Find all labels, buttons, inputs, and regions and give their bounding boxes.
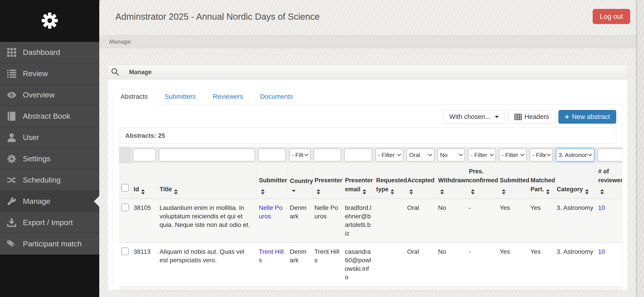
sidebar-item-label: User: [23, 133, 39, 142]
cell-reviewers-link[interactable]: 10: [598, 204, 605, 211]
page-title: Adminstrator 2025 - Annual Nordic Days o…: [116, 12, 320, 22]
column-header-presenter-email[interactable]: Presenter email: [342, 163, 374, 199]
breadcrumb-item: Manage: [109, 38, 131, 45]
with-chosen-dropdown[interactable]: With chosen...: [443, 110, 505, 124]
table-grid-icon: [514, 114, 522, 120]
sidebar-item-export-import[interactable]: Export / Import: [0, 212, 99, 233]
cell-requested-type: [374, 243, 405, 287]
filter-select-value: - Filter -: [378, 152, 396, 159]
filter-select-8[interactable]: Oral: [406, 148, 434, 162]
column-label: Withdrawn: [438, 177, 469, 184]
panel-search-cell[interactable]: [108, 65, 122, 79]
sidebar-item-label: Dashboard: [23, 48, 60, 57]
filter-select-7[interactable]: - Filter -: [375, 148, 403, 162]
filter-cell-8: Oral: [405, 147, 436, 163]
column-label: Submitted: [500, 177, 530, 184]
sidebar: DashboardReviewOverviewAbstract BookUser…: [0, 0, 99, 297]
cell-withdrawn: No: [436, 199, 466, 243]
cell-submitted: Yes: [498, 287, 528, 290]
logout-button[interactable]: Log out: [593, 9, 630, 24]
filter-select-12[interactable]: - Filte: [530, 148, 553, 162]
filter-select-10[interactable]: - Filter: [468, 148, 496, 162]
column-label: Pres. confirmed: [469, 168, 498, 184]
sidebar-item-overview[interactable]: Overview: [0, 84, 99, 106]
column-header-of-reviewers[interactable]: # of reviewers: [596, 163, 622, 199]
chevron-down-icon: [546, 152, 550, 156]
filter-select-4[interactable]: - Filte: [289, 148, 310, 162]
column-header-withdrawn[interactable]: Withdrawn: [436, 163, 466, 199]
filter-input-1[interactable]: [133, 148, 156, 162]
filter-input-2[interactable]: [159, 148, 255, 162]
column-header-category[interactable]: Category: [554, 163, 596, 199]
cell-reviewers: 10: [596, 199, 622, 243]
filter-input-3[interactable]: [258, 148, 286, 162]
user-icon: [7, 133, 16, 142]
column-header-accepted[interactable]: Accepted: [405, 163, 436, 199]
filter-cell-4: - Filte: [288, 147, 312, 163]
sort-icon: [362, 189, 366, 194]
panel-title: Manage: [122, 65, 152, 79]
filter-select-9[interactable]: No: [438, 148, 465, 162]
cell-submitter-link[interactable]: Nelle Pouros: [259, 204, 282, 220]
column-header-id[interactable]: Id: [131, 163, 157, 199]
new-abstract-button[interactable]: + New abstract: [558, 110, 616, 124]
cell-presenter: Trent Hills: [312, 243, 342, 287]
caret-down-icon: [495, 116, 499, 118]
select-all-checkbox[interactable]: [121, 184, 129, 192]
gear-logo-icon: [41, 12, 58, 30]
filter-input-14[interactable]: [598, 148, 622, 162]
tab-documents[interactable]: Documents: [252, 89, 301, 104]
cell-pres-confirmed: -: [466, 287, 498, 290]
column-header-title[interactable]: Title: [157, 163, 256, 199]
sidebar-item-scheduling[interactable]: Scheduling: [0, 170, 99, 191]
column-header-submitted[interactable]: Submitted: [498, 163, 528, 199]
row-checkbox[interactable]: [121, 248, 129, 255]
filter-select-value: 3. Astronom: [559, 152, 587, 159]
cell-id: 38113: [131, 243, 157, 287]
filter-select-value: - Filter: [502, 152, 518, 159]
sidebar-item-dashboard[interactable]: Dashboard: [0, 42, 99, 63]
filter-input-6[interactable]: [344, 148, 372, 162]
sidebar-item-manage[interactable]: Manage: [0, 191, 99, 212]
cell-requested-type: [374, 199, 405, 243]
sidebar-item-label: Review: [23, 69, 48, 78]
filter-cell-13: 3. Astronom: [554, 147, 596, 163]
filter-cell-0: [119, 147, 131, 163]
cell-withdrawn: No: [436, 243, 466, 287]
cell-presenter: Shannon Williamson: [312, 287, 342, 290]
sidebar-item-settings[interactable]: Settings: [0, 148, 99, 170]
sidebar-item-review[interactable]: Review: [0, 63, 99, 84]
filter-select-value: No: [440, 152, 448, 159]
sidebar-item-participant-match[interactable]: Participant match: [0, 233, 99, 255]
filter-input-5[interactable]: [314, 148, 341, 162]
filter-row: - Filte- Filter -OralNo- Filter- Filter-…: [119, 147, 622, 163]
sidebar-item-label: Manage: [23, 197, 50, 206]
cell-reviewers: 10: [596, 243, 622, 287]
row-checkbox[interactable]: [121, 204, 129, 211]
cell-submitter-link[interactable]: Trent Hills: [259, 248, 284, 264]
column-header-presenter[interactable]: Presenter: [312, 163, 342, 199]
sidebar-item-user[interactable]: User: [0, 127, 99, 148]
abstracts-count-label: Abstracts: 25: [125, 132, 165, 139]
column-header-pres-confirmed[interactable]: Pres. confirmed: [466, 163, 498, 199]
column-header-country[interactable]: Country: [288, 163, 312, 199]
cell-country: Denmark: [288, 243, 312, 287]
main-content: Adminstrator 2025 - Annual Nordic Days o…: [99, 0, 636, 297]
filter-select-11[interactable]: - Filter: [499, 148, 526, 162]
column-label: Title: [160, 186, 172, 193]
filter-select-13[interactable]: 3. Astronom: [556, 148, 594, 162]
headers-button[interactable]: Headers: [508, 110, 556, 124]
cell-reviewers-link[interactable]: 10: [598, 248, 605, 255]
dashboard-grid-icon: [7, 48, 16, 57]
tab-abstracts[interactable]: Abstracts: [113, 89, 155, 105]
sort-icon: [261, 189, 265, 194]
cell-title: Eius et omnis excepturi. Fuga non aut do…: [157, 287, 256, 290]
sidebar-item-label: Participant match: [23, 240, 82, 248]
column-header-requested-type[interactable]: Requested type: [374, 163, 405, 199]
column-header-submitter[interactable]: Submitter: [256, 163, 288, 199]
sidebar-item-abstract-book[interactable]: Abstract Book: [0, 106, 99, 127]
tab-submitters[interactable]: Submitters: [157, 89, 204, 104]
tab-reviewers[interactable]: Reviewers: [205, 89, 250, 104]
column-header-matched-part[interactable]: Matched Part.: [528, 163, 554, 199]
column-label: Country: [290, 178, 313, 184]
